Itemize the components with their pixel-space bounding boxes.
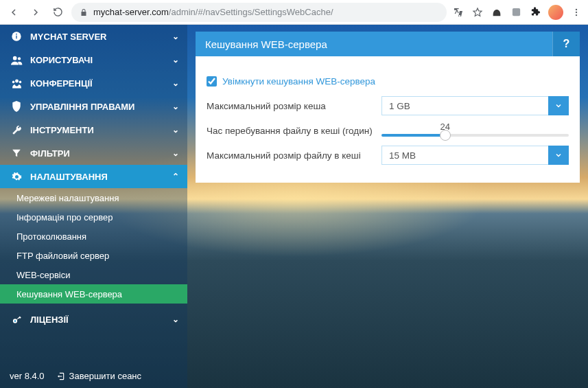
chevron-down-icon: ⌄ xyxy=(172,125,179,135)
address-bar[interactable]: mychat-server.com/admin/#/navSettings/Se… xyxy=(71,3,447,22)
forward-button[interactable] xyxy=(27,4,44,21)
max-file-value: 15 MB xyxy=(381,146,569,165)
chevron-down-icon: ⌄ xyxy=(172,102,179,111)
sidebar-item-label: КОРИСТУВАЧІ xyxy=(30,55,93,65)
logout-icon xyxy=(56,372,65,381)
svg-point-10 xyxy=(12,80,14,83)
svg-point-6 xyxy=(16,34,17,35)
app-viewport: MYCHAT SERVER ⌄ КОРИСТУВАЧІ ⌄ КОНФЕРЕНЦІ… xyxy=(0,25,588,388)
max-file-label: Максимальний розмір файлу в кеші xyxy=(207,150,381,161)
svg-point-1 xyxy=(576,8,577,10)
shield-icon xyxy=(10,101,23,112)
lock-icon xyxy=(80,8,88,16)
users-icon xyxy=(10,55,23,65)
sidebar-footer: ver 8.4.0 Завершити сеанс xyxy=(0,364,187,388)
sidebar-item-label: ЛІЦЕНЗІЇ xyxy=(30,315,69,325)
chevron-down-icon: ⌄ xyxy=(172,315,179,324)
slider-thumb[interactable] xyxy=(440,130,451,141)
sidebar-item-rights[interactable]: УПРАВЛІННЯ ПРАВАМИ ⌄ xyxy=(0,95,187,118)
sidebar: MYCHAT SERVER ⌄ КОРИСТУВАЧІ ⌄ КОНФЕРЕНЦІ… xyxy=(0,25,187,388)
info-icon xyxy=(10,31,23,42)
funnel-icon xyxy=(10,148,23,158)
sidebar-item-licenses[interactable]: ЛІЦЕНЗІЇ ⌄ xyxy=(0,308,187,331)
panel-title: Кешування WEB-сервера xyxy=(205,38,327,50)
back-button[interactable] xyxy=(5,4,22,21)
wrench-icon xyxy=(10,125,23,135)
version-label: ver 8.4.0 xyxy=(10,371,45,381)
svg-point-3 xyxy=(576,14,577,15)
chevron-down-icon: ⌄ xyxy=(172,32,179,41)
svg-point-13 xyxy=(14,320,16,322)
sidebar-item-tools[interactable]: ІНСТРУМЕНТИ ⌄ xyxy=(0,118,187,141)
url-path: /admin/#/navSettings/SettingsWebCache/ xyxy=(169,7,333,17)
menu-icon[interactable] xyxy=(570,6,583,19)
chevron-down-icon: ⌄ xyxy=(172,55,179,65)
sidebar-sub-webcache[interactable]: Кешування WEB-сервера xyxy=(0,284,187,304)
sidebar-item-label: НАЛАШТУВАННЯ xyxy=(30,172,108,182)
browser-toolbar: mychat-server.com/admin/#/navSettings/Se… xyxy=(0,0,588,25)
sidebar-item-filters[interactable]: ФІЛЬТРИ ⌄ xyxy=(0,141,187,165)
ext1-icon[interactable] xyxy=(491,6,503,19)
max-file-select[interactable]: 15 MB xyxy=(381,146,569,165)
enable-cache-label: Увімкнути кешування WEB-сервера xyxy=(222,76,375,87)
slider-track xyxy=(381,134,569,137)
sidebar-item-conferences[interactable]: КОНФЕРЕНЦІЇ ⌄ xyxy=(0,71,187,95)
svg-rect-5 xyxy=(16,36,16,39)
svg-point-2 xyxy=(576,11,577,12)
enable-cache-checkbox[interactable]: Увімкнути кешування WEB-сервера xyxy=(207,76,375,87)
sidebar-item-label: ІНСТРУМЕНТИ xyxy=(30,125,94,135)
key-icon xyxy=(10,315,23,325)
panel-body: Увімкнути кешування WEB-сервера Максимал… xyxy=(196,56,580,183)
chevron-up-icon: ⌃ xyxy=(172,172,179,181)
chevron-down-icon: ⌄ xyxy=(172,148,179,158)
max-cache-select[interactable]: 1 GB xyxy=(381,96,569,115)
url-host: mychat-server.com xyxy=(93,7,169,17)
browser-actions xyxy=(452,5,583,20)
sidebar-sub-serverinfo[interactable]: Інформація про сервер xyxy=(0,207,187,227)
max-cache-label: Максимальний розмір кеша xyxy=(207,101,381,111)
ext2-icon[interactable] xyxy=(510,6,522,19)
file-time-label: Час перебування файлу в кеші (годин) xyxy=(207,126,381,136)
sidebar-sub-ftp[interactable]: FTP файловий сервер xyxy=(0,246,187,265)
sidebar-item-label: УПРАВЛІННЯ ПРАВАМИ xyxy=(30,102,134,112)
slider-fill xyxy=(381,134,445,137)
sidebar-item-label: КОНФЕРЕНЦІЇ xyxy=(30,78,93,89)
sidebar-sub-logging[interactable]: Протоколювання xyxy=(0,227,187,246)
sidebar-sub-network[interactable]: Мережеві налаштування xyxy=(0,188,187,207)
profile-avatar[interactable] xyxy=(548,5,563,20)
svg-point-7 xyxy=(12,56,16,60)
chevron-down-icon xyxy=(548,96,569,115)
logout-button[interactable]: Завершити сеанс xyxy=(56,371,141,381)
sidebar-item-settings[interactable]: НАЛАШТУВАННЯ ⌃ xyxy=(0,165,187,188)
reload-button[interactable] xyxy=(49,4,66,21)
svg-point-8 xyxy=(17,57,20,60)
sidebar-item-label: MYCHAT SERVER xyxy=(30,32,106,42)
gear-icon xyxy=(10,172,23,182)
extensions-icon[interactable] xyxy=(529,6,541,19)
main-content: Кешування WEB-сервера ? Увімкнути кешува… xyxy=(196,32,580,183)
translate-icon[interactable] xyxy=(452,6,464,19)
chevron-down-icon xyxy=(548,146,569,165)
group-icon xyxy=(10,78,23,89)
sidebar-sub-webservices[interactable]: WEB-сервіси xyxy=(0,265,187,284)
file-time-slider[interactable]: 24 xyxy=(381,124,569,137)
svg-rect-0 xyxy=(512,8,519,16)
help-button[interactable]: ? xyxy=(552,32,580,56)
sidebar-item-users[interactable]: КОРИСТУВАЧІ ⌄ xyxy=(0,48,187,71)
max-cache-value: 1 GB xyxy=(381,96,569,115)
chevron-down-icon: ⌄ xyxy=(172,78,179,88)
sidebar-item-label: ФІЛЬТРИ xyxy=(30,148,70,159)
enable-cache-input[interactable] xyxy=(207,76,217,87)
panel-header: Кешування WEB-сервера ? xyxy=(196,32,580,56)
svg-point-11 xyxy=(19,80,21,83)
star-icon[interactable] xyxy=(471,6,484,19)
sidebar-item-mychat-server[interactable]: MYCHAT SERVER ⌄ xyxy=(0,25,187,48)
svg-point-9 xyxy=(15,79,19,82)
